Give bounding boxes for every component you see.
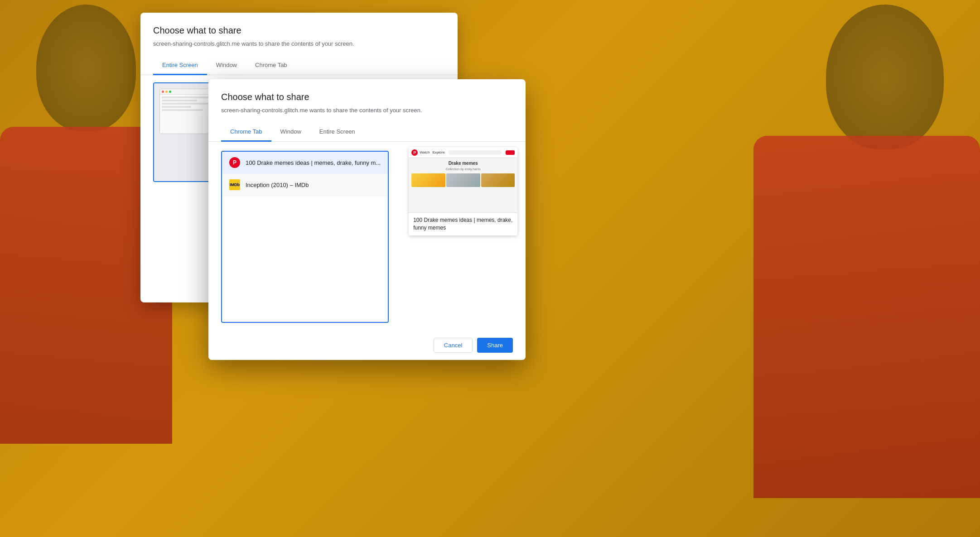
pinterest-search-bar (449, 150, 502, 155)
dot-yellow (165, 91, 168, 93)
cancel-button[interactable]: Cancel (434, 338, 473, 353)
favicon-imdb: IMDb (229, 179, 240, 190)
preview-panel: P Watch Explore Drake memes Collec (409, 147, 517, 326)
pinterest-sub: Collection by emily.harris (411, 168, 515, 171)
preview-label: 100 Drake memes ideas | memes, drake, fu… (409, 213, 517, 235)
preview-card: P Watch Explore Drake memes Collec (409, 147, 517, 235)
dot-green (169, 91, 171, 93)
background: Choose what to share screen-sharing-cont… (0, 0, 980, 537)
favicon-pinterest: P (229, 157, 240, 168)
dialog-front-tabs: Chrome Tab Window Entire Screen (208, 123, 526, 142)
dialog-front-header: Choose what to share screen-sharing-cont… (208, 79, 526, 114)
dialog-front: Choose what to share screen-sharing-cont… (208, 79, 526, 360)
tab-chrome-tab-front[interactable]: Chrome Tab (221, 123, 271, 142)
dialog-front-title: Choose what to share (221, 92, 513, 102)
pinterest-grid (411, 173, 515, 187)
tab-title-pinterest: 100 Drake memes ideas | memes, drake, fu… (246, 159, 381, 166)
grid-item-2 (446, 173, 480, 187)
tab-entire-screen-back[interactable]: Entire Screen (153, 56, 207, 75)
dialog-front-subtitle: screen-sharing-controls.glitch.me wants … (221, 107, 513, 114)
dialog-footer: Cancel Share (208, 331, 526, 360)
dot-red (162, 91, 164, 93)
dialog-back-tabs: Entire Screen Window Chrome Tab (140, 56, 458, 75)
dialog-back-header: Choose what to share screen-sharing-cont… (140, 13, 458, 47)
preview-screenshot: P Watch Explore Drake memes Collec (409, 147, 517, 213)
grid-item-1 (411, 173, 445, 187)
tab-window-front[interactable]: Window (271, 123, 310, 142)
tab-window-back[interactable]: Window (207, 56, 246, 75)
dialog-back-title: Choose what to share (153, 25, 445, 36)
dialog-back-subtitle: screen-sharing-controls.glitch.me wants … (153, 40, 445, 47)
drake-left-head (36, 5, 136, 131)
share-button[interactable]: Share (477, 338, 513, 353)
tab-title-imdb: Inception (2010) – IMDb (246, 182, 309, 188)
preview-pinterest-header: P Watch Explore (409, 147, 517, 158)
pinterest-logo-mini: P (411, 149, 418, 156)
tab-list-container: P 100 Drake memes ideas | memes, drake, … (221, 151, 389, 323)
tab-list-item-imdb[interactable]: IMDb Inception (2010) – IMDb (222, 174, 388, 196)
pinterest-nav-items: Watch Explore (420, 150, 445, 154)
pinterest-content: Drake memes Collection by emily.harris (409, 158, 517, 190)
grid-item-3 (481, 173, 515, 187)
tab-entire-screen-front[interactable]: Entire Screen (310, 123, 364, 142)
drake-right-head (826, 5, 944, 149)
drake-background: Choose what to share screen-sharing-cont… (0, 0, 980, 537)
pinterest-board-title: Drake memes (411, 161, 515, 166)
drake-right-body (753, 136, 980, 498)
tab-list-item-pinterest[interactable]: P 100 Drake memes ideas | memes, drake, … (222, 152, 388, 174)
tab-chrome-tab-back[interactable]: Chrome Tab (246, 56, 296, 75)
pinterest-login-btn (506, 150, 515, 155)
